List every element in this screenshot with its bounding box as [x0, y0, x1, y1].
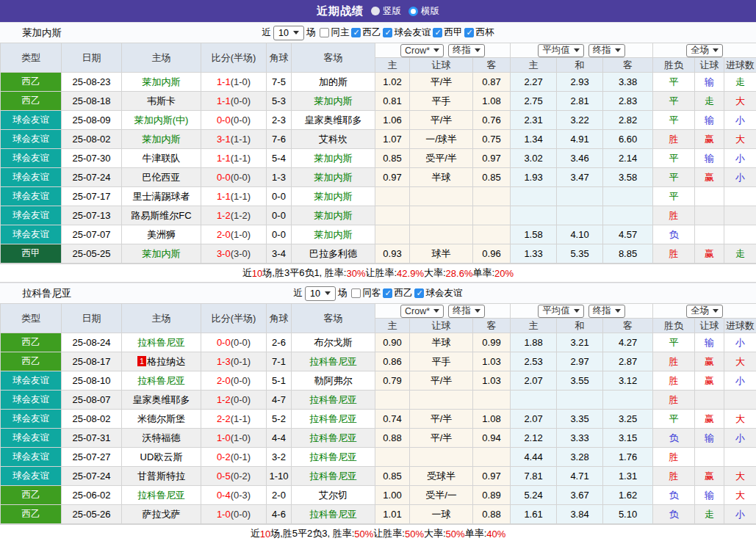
result-goals [724, 391, 756, 410]
average-group-header: 平均值 终指 [511, 43, 653, 58]
filter-checkbox-球会友谊[interactable]: 球会友谊 [383, 26, 431, 39]
result-handicap [695, 391, 724, 410]
col-header-date: 日期 [62, 304, 122, 333]
avg-home-win: 1.58 [511, 225, 557, 244]
corners: 4-4 [267, 429, 292, 448]
chevron-down-icon [615, 309, 621, 313]
avg-time-select[interactable]: 终指 [588, 305, 625, 318]
away-team-name: 拉科鲁尼亚 [309, 471, 357, 482]
col-header-away: 客场 [292, 304, 375, 333]
filter-checkbox-同客[interactable]: 同客 [351, 287, 381, 299]
score: 0-2(0-1) [201, 448, 267, 467]
filter-checkbox-西甲[interactable]: 西甲 [433, 26, 462, 39]
match-count-select[interactable]: 10 [305, 286, 336, 301]
home-team: 萨拉戈萨 [122, 505, 201, 524]
fulltime-select[interactable]: 全场 [686, 305, 723, 318]
match-date: 25-08-17 [62, 352, 122, 371]
bookmaker-select[interactable]: Crow* [400, 44, 444, 57]
fulltime-select[interactable]: 全场 [686, 44, 723, 57]
filter-checkbox-球会友谊[interactable]: 球会友谊 [414, 287, 462, 299]
result-handicap [695, 448, 724, 467]
score: 1-0(1-0) [201, 429, 267, 448]
odds-home: 1.07 [375, 130, 410, 149]
home-team-name: 拉科鲁尼亚 [137, 337, 185, 348]
competition-type: 西乙 [1, 92, 62, 111]
odds-time-select[interactable]: 终指 [448, 44, 485, 57]
halftime-score: (0-0) [231, 172, 251, 183]
odds-away: 1.08 [473, 92, 511, 111]
odds-time-select[interactable]: 终指 [448, 305, 485, 318]
filter-checkbox-group: 同客西乙球会友谊 [349, 287, 462, 300]
avg-away-win: 4.27 [603, 333, 653, 352]
filter-prefix: 近 [262, 26, 272, 39]
score: 1-1(1-0) [201, 73, 267, 92]
section-header: 莱加内斯 近 10 场 同主西乙球会友谊西甲西杯 [0, 22, 756, 43]
match-date: 25-08-10 [62, 371, 122, 391]
match-row: 西乙25-08-18韦斯卡1-1(0-0)5-3莱加内斯0.81平手1.082.… [1, 92, 756, 111]
corners: 2-3 [267, 111, 292, 130]
result-outcome: 胜 [653, 448, 695, 467]
home-team-name: 萨拉戈萨 [143, 509, 181, 520]
result-handicap: 输 [695, 486, 724, 505]
match-date: 25-07-27 [62, 448, 122, 467]
match-row: 球会友谊25-07-27UD欧云斯0-2(0-1)3-2拉科鲁尼亚4.443.2… [1, 448, 756, 467]
layout-radio-vertical[interactable]: 竖版 [371, 5, 401, 18]
avg-draw: 3.84 [557, 505, 603, 524]
avg-draw: 3.55 [557, 371, 603, 391]
away-team-name: 拉科鲁尼亚 [309, 394, 357, 405]
competition-type: 西乙 [1, 505, 62, 524]
match-date: 25-07-24 [62, 168, 122, 187]
filter-checkbox-西乙[interactable]: 西乙 [383, 287, 412, 299]
avg-draw: 2.81 [557, 92, 603, 111]
away-team-name: 加的斯 [319, 76, 348, 87]
checkbox-label: 西杯 [475, 26, 494, 39]
odds-home [375, 448, 410, 467]
result-goals: 小 [724, 111, 756, 130]
match-count-select[interactable]: 10 [273, 26, 304, 40]
corners: 1-10 [267, 467, 292, 486]
corners: 5-1 [267, 371, 292, 391]
away-team-name: 莱加内斯 [314, 153, 353, 164]
match-filters: 近 10 场 同主西乙球会友谊西甲西杯 [262, 26, 494, 40]
result-goals: 大 [724, 467, 756, 486]
odds-group-header: Crow* 终指 [375, 304, 511, 319]
layout-radio-horizontal[interactable]: 横版 [408, 5, 439, 18]
home-team-name: 格拉纳达 [147, 356, 185, 367]
result-goals [724, 206, 756, 225]
avg-away-win: 1.76 [603, 448, 653, 467]
odds-home: 0.85 [375, 149, 410, 168]
away-team: 莱加内斯 [292, 187, 375, 206]
avg-time-select[interactable]: 终指 [588, 44, 625, 57]
home-team: 米德尔斯堡 [122, 410, 201, 429]
score: 2-0(0-0) [201, 371, 267, 391]
summary-stat-value: 10 [260, 529, 270, 540]
avg-away-win [603, 206, 653, 225]
avg-draw: 2.97 [557, 352, 603, 371]
sub-header: 主 [511, 319, 557, 333]
match-row: 球会友谊25-07-30牛津联队1-1(1-1)5-4莱加内斯0.85受平/半0… [1, 149, 756, 168]
filter-checkbox-西乙[interactable]: 西乙 [351, 26, 381, 39]
away-team-name: 拉科鲁尼亚 [309, 509, 357, 520]
match-row: 球会友谊25-07-17里士满踢球者1-1(1-1)0-0莱加内斯平 [1, 187, 756, 206]
match-row: 西乙25-08-171格拉纳达1-3(0-1)7-1拉科鲁尼亚0.86平手1.0… [1, 352, 756, 371]
checkbox-label: 西甲 [444, 26, 462, 39]
chevron-down-icon [475, 309, 480, 313]
avg-draw: 5.35 [557, 244, 603, 264]
filter-checkbox-西杯[interactable]: 西杯 [464, 26, 494, 39]
avg-draw: 3.33 [557, 429, 603, 448]
result-goals: 小 [724, 505, 756, 524]
odds-away: 0.75 [473, 130, 511, 149]
average-select[interactable]: 平均值 [538, 305, 584, 318]
home-team-name: 韦斯卡 [147, 95, 176, 106]
average-select[interactable]: 平均值 [538, 44, 584, 57]
home-team: 沃特福德 [122, 429, 201, 448]
odds-home: 0.90 [375, 333, 410, 352]
away-team: 莱加内斯 [292, 168, 375, 187]
home-team-name: 沃特福德 [143, 432, 181, 443]
bookmaker-select[interactable]: Crow* [400, 305, 444, 318]
fulltime-score: 1-1 [217, 191, 231, 202]
filter-checkbox-同主[interactable]: 同主 [320, 26, 349, 39]
match-row: 西乙25-05-26萨拉戈萨1-0(0-0)4-6拉科鲁尼亚1.01一球0.88… [1, 505, 756, 524]
recent-results-page: 近期战绩 竖版 横版 莱加内斯 近 10 场 同主西乙球会友谊西甲西杯 [0, 0, 756, 541]
avg-home-win: 3.02 [511, 149, 557, 168]
